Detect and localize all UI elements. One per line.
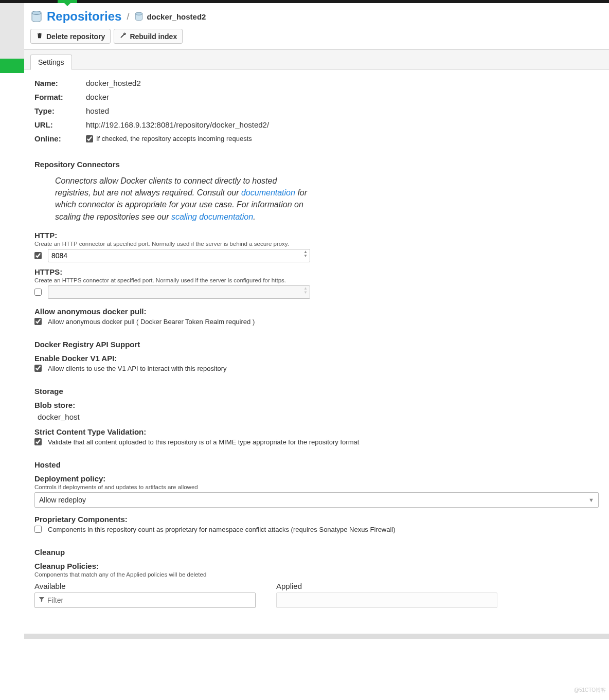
documentation-link[interactable]: documentation: [241, 188, 295, 197]
trash-icon: [36, 32, 43, 41]
toolbar: Delete repository Rebuild index: [24, 29, 609, 50]
breadcrumb: Repositories / docker_hosted2: [24, 3, 609, 29]
top-bar: [0, 0, 609, 3]
rebuild-index-button[interactable]: Rebuild index: [114, 29, 183, 44]
available-filter[interactable]: [34, 593, 256, 608]
strict-content-desc: Validate that all content uploaded to th…: [48, 438, 359, 446]
http-port-input[interactable]: [48, 249, 310, 262]
breadcrumb-root-link[interactable]: Repositories: [47, 9, 121, 24]
select-value: Allow redeploy: [39, 496, 86, 504]
left-gutter: s: [0, 3, 24, 639]
online-checkbox[interactable]: [86, 135, 93, 142]
deployment-policy-hint: Controls if deployments of and updates t…: [34, 484, 599, 490]
spinner-icon[interactable]: ▲▼: [302, 286, 309, 295]
strict-content-label: Strict Content Type Validation:: [34, 427, 599, 436]
button-label: Delete repository: [46, 32, 105, 41]
wrench-icon: [119, 32, 127, 41]
button-label: Rebuild index: [130, 32, 177, 41]
section-cleanup: Cleanup: [34, 548, 599, 557]
deployment-policy-select[interactable]: Allow redeploy ▼: [34, 492, 599, 508]
text: .: [253, 212, 255, 221]
available-filter-input[interactable]: [47, 596, 252, 604]
value: docker: [86, 93, 109, 101]
https-label: HTTPS:: [34, 267, 599, 276]
http-hint: Create an HTTP connector at specified po…: [34, 241, 599, 247]
http-label: HTTP:: [34, 231, 599, 240]
strict-content-checkbox[interactable]: [34, 438, 42, 445]
connectors-info: Connectors allow Docker clients to conne…: [34, 174, 312, 226]
kv-format: Format: docker: [34, 90, 599, 104]
online-desc: If checked, the repository accepts incom…: [96, 135, 252, 142]
delete-repository-button[interactable]: Delete repository: [30, 29, 111, 44]
bottom-scrollbar[interactable]: [24, 634, 609, 639]
label: Type:: [34, 106, 86, 115]
left-gutter-active[interactable]: [0, 59, 24, 73]
https-hint: Create an HTTPS connector at specified p…: [34, 277, 599, 283]
value: hosted: [86, 106, 109, 115]
label: Online:: [34, 134, 86, 143]
v1-api-checkbox[interactable]: [34, 365, 42, 372]
section-repository-connectors: Repository Connectors: [34, 160, 599, 169]
value: docker_hosted2: [86, 79, 141, 87]
svg-point-1: [32, 11, 41, 15]
available-heading: Available: [34, 582, 256, 590]
anon-pull-desc: Allow anonymous docker pull ( Docker Bea…: [48, 318, 255, 326]
database-icon: [30, 10, 43, 23]
tab-row: Settings: [24, 50, 609, 70]
label: Format:: [34, 93, 86, 101]
spinner-icon[interactable]: ▲▼: [302, 250, 309, 258]
kv-url: URL: http://192.168.9.132:8081/repositor…: [34, 118, 599, 132]
left-gutter-grey: [0, 3, 24, 59]
kv-online: Online: If checked, the repository accep…: [34, 132, 599, 146]
applied-list[interactable]: [276, 593, 497, 608]
breadcrumb-sep: /: [127, 11, 129, 22]
settings-panel: Name: docker_hosted2 Format: docker Type…: [24, 70, 609, 629]
proprietary-checkbox[interactable]: [34, 526, 42, 533]
cleanup-policies-label: Cleanup Policies:: [34, 562, 599, 570]
label: Name:: [34, 79, 86, 87]
chevron-down-icon: ▼: [588, 497, 594, 503]
top-bar-notch-arrow: [64, 3, 70, 6]
section-hosted: Hosted: [34, 460, 599, 469]
anon-pull-label: Allow anonymous docker pull:: [34, 307, 599, 316]
tab-settings[interactable]: Settings: [30, 55, 72, 70]
v1-api-label: Enable Docker V1 API:: [34, 354, 599, 363]
scaling-documentation-link[interactable]: scaling documentation: [171, 212, 253, 221]
anon-pull-checkbox[interactable]: [34, 318, 42, 325]
http-enable-checkbox[interactable]: [34, 252, 42, 259]
deployment-policy-label: Deployment policy:: [34, 474, 599, 483]
section-docker-api: Docker Registry API Support: [34, 340, 599, 349]
filter-icon: [38, 596, 47, 605]
applied-heading: Applied: [276, 582, 497, 590]
kv-type: Type: hosted: [34, 104, 599, 118]
svg-point-3: [136, 12, 143, 15]
https-port-input[interactable]: [48, 285, 310, 299]
section-storage: Storage: [34, 387, 599, 396]
label: URL:: [34, 120, 86, 129]
https-enable-checkbox[interactable]: [34, 289, 42, 296]
proprietary-desc: Components in this repository count as p…: [48, 526, 396, 533]
v1-api-desc: Allow clients to use the V1 API to inter…: [48, 365, 227, 372]
database-icon: [134, 12, 144, 21]
kv-name: Name: docker_hosted2: [34, 76, 599, 90]
blob-store-value: docker_host: [34, 409, 599, 421]
value: http://192.168.9.132:8081/repository/doc…: [86, 120, 269, 129]
breadcrumb-current: docker_hosted2: [147, 12, 206, 21]
cleanup-policies-hint: Components that match any of the Applied…: [34, 571, 599, 578]
blob-store-label: Blob store:: [34, 401, 599, 409]
proprietary-label: Proprietary Components:: [34, 515, 599, 524]
cleanup-dual-list: Available Applied: [34, 582, 599, 608]
